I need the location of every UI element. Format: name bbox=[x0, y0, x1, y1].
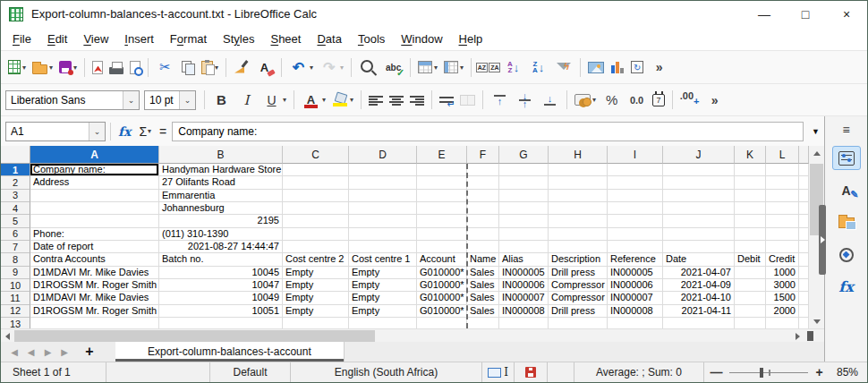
cell-K11[interactable] bbox=[735, 292, 766, 304]
cell-B4[interactable]: Johannesburg bbox=[159, 202, 283, 215]
last-sheet-button[interactable]: ▶ bbox=[57, 344, 72, 360]
cell-I4[interactable] bbox=[608, 202, 663, 215]
pivot-table-button[interactable] bbox=[628, 55, 646, 80]
font-name-combo[interactable]: Liberation Sans⌄ bbox=[5, 90, 140, 110]
menu-format[interactable]: Format bbox=[162, 30, 215, 48]
copy-button[interactable] bbox=[178, 55, 198, 80]
sheet-tab-active[interactable]: Export-column-balances-t-account bbox=[115, 342, 345, 362]
font-size-combo[interactable]: 10 pt⌄ bbox=[144, 90, 196, 110]
cell-D4[interactable] bbox=[349, 202, 417, 215]
insert-column-button[interactable]: ▾ bbox=[441, 55, 466, 80]
cell-G3[interactable] bbox=[499, 190, 549, 202]
cell-L9[interactable]: 1000 bbox=[766, 267, 799, 279]
scroll-up-button[interactable] bbox=[809, 146, 824, 159]
cell-E8[interactable]: Account bbox=[417, 253, 467, 266]
cell-F5[interactable] bbox=[467, 215, 499, 227]
cell-F6[interactable] bbox=[467, 228, 499, 241]
autofilter-button[interactable] bbox=[551, 55, 575, 80]
cell-E2[interactable] bbox=[417, 176, 467, 189]
cell-K6[interactable] bbox=[735, 228, 766, 241]
cell-partial-9[interactable] bbox=[799, 267, 809, 279]
cell-partial-6[interactable] bbox=[799, 228, 809, 241]
cell-I1[interactable] bbox=[608, 164, 663, 176]
cell-J11[interactable]: 2021-04-10 bbox=[663, 292, 735, 304]
cell-B6[interactable]: (011) 310-1390 bbox=[159, 228, 283, 241]
cell-H2[interactable] bbox=[549, 176, 608, 189]
cell-A3[interactable] bbox=[30, 190, 159, 202]
toolbar-overflow-button[interactable]: » bbox=[702, 88, 727, 113]
cell-K5[interactable] bbox=[735, 215, 766, 227]
previous-sheet-button[interactable]: ◀ bbox=[23, 344, 38, 360]
scrollbar-split-handle[interactable] bbox=[807, 331, 813, 341]
dropdown-arrow-icon[interactable]: ▾ bbox=[22, 64, 26, 72]
cell-J2[interactable] bbox=[663, 176, 735, 189]
cell-C11[interactable]: Empty bbox=[283, 292, 349, 304]
redo-button[interactable]: ↷▾ bbox=[317, 55, 346, 80]
column-header-f[interactable]: F bbox=[467, 146, 499, 164]
cell-C6[interactable] bbox=[283, 228, 349, 241]
cell-K2[interactable] bbox=[735, 176, 766, 189]
cell-F7[interactable] bbox=[467, 241, 499, 253]
font-color-button[interactable]: A▾ bbox=[299, 88, 328, 113]
cell-G7[interactable] bbox=[499, 241, 549, 253]
zoom-level[interactable]: 85% bbox=[829, 366, 867, 379]
cell-I12[interactable]: IN000008 bbox=[608, 305, 663, 318]
cell-L6[interactable] bbox=[766, 228, 799, 241]
cell-A12[interactable]: D1ROGSM Mr. Roger Smith bbox=[30, 305, 159, 318]
cell-E13[interactable] bbox=[417, 318, 467, 328]
cell-C1[interactable] bbox=[283, 164, 349, 176]
cell-J5[interactable] bbox=[663, 215, 735, 227]
cell-L3[interactable] bbox=[766, 190, 799, 202]
wrap-text-button[interactable] bbox=[437, 88, 456, 113]
cell-I13[interactable] bbox=[608, 318, 663, 328]
cell-C4[interactable] bbox=[283, 202, 349, 215]
column-header-k[interactable]: K bbox=[735, 146, 766, 164]
print-preview-button[interactable] bbox=[127, 55, 143, 80]
name-box[interactable]: ⌄ bbox=[5, 122, 106, 141]
minimize-button[interactable]: — bbox=[744, 1, 785, 27]
dropdown-arrow-icon[interactable]: ▾ bbox=[592, 96, 596, 104]
cell-J3[interactable] bbox=[663, 190, 735, 202]
cell-L4[interactable] bbox=[766, 202, 799, 215]
selection-summary[interactable]: Average: ; Sum: 0 bbox=[574, 362, 703, 382]
formula-input-line[interactable] bbox=[172, 122, 804, 141]
close-button[interactable]: × bbox=[826, 1, 867, 27]
cell-F1[interactable] bbox=[467, 164, 499, 176]
cell-C9[interactable]: Empty bbox=[283, 267, 349, 279]
row-header-1[interactable]: 1 bbox=[1, 164, 30, 176]
scroll-down-button[interactable] bbox=[809, 315, 824, 328]
cell-J7[interactable] bbox=[663, 241, 735, 253]
zoom-out-button[interactable]: — bbox=[710, 365, 722, 379]
row-header-6[interactable]: 6 bbox=[1, 228, 30, 241]
cell-I3[interactable] bbox=[608, 190, 663, 202]
cell-A9[interactable]: D1MDAVI Mr. Mike Davies bbox=[30, 267, 159, 279]
cell-partial-2[interactable] bbox=[799, 176, 809, 189]
cell-A6[interactable]: Phone: bbox=[30, 228, 159, 241]
cell-B3[interactable]: Emmarentia bbox=[159, 190, 283, 202]
cell-J12[interactable]: 2021-04-11 bbox=[663, 305, 735, 318]
cell-L5[interactable] bbox=[766, 215, 799, 227]
cell-L13[interactable] bbox=[766, 318, 799, 328]
cell-J13[interactable] bbox=[663, 318, 735, 328]
formula-button[interactable]: = bbox=[157, 120, 169, 143]
row-header-8[interactable]: 8 bbox=[1, 253, 30, 266]
function-wizard-button[interactable]: fx bbox=[115, 120, 133, 143]
dropdown-arrow-icon[interactable]: ▾ bbox=[340, 64, 344, 72]
cell-C5[interactable] bbox=[283, 215, 349, 227]
cell-L1[interactable] bbox=[766, 164, 799, 176]
sidebar-styles-button[interactable]: A bbox=[832, 178, 861, 202]
cell-H9[interactable]: Drill press bbox=[549, 267, 608, 279]
select-function-button[interactable]: Σ▾ bbox=[136, 120, 154, 143]
cell-L7[interactable] bbox=[766, 241, 799, 253]
align-left-button[interactable] bbox=[366, 88, 386, 113]
cell-J10[interactable]: 2021-04-09 bbox=[663, 279, 735, 292]
selection-mode[interactable] bbox=[481, 362, 514, 382]
row-header-11[interactable]: 11 bbox=[1, 292, 30, 304]
first-sheet-button[interactable]: ◀ bbox=[6, 344, 21, 360]
menu-edit[interactable]: Edit bbox=[39, 30, 75, 48]
cell-G1[interactable] bbox=[499, 164, 549, 176]
cell-A5[interactable] bbox=[30, 215, 159, 227]
cell-C13[interactable] bbox=[283, 318, 349, 328]
cell-C3[interactable] bbox=[283, 190, 349, 202]
save-status[interactable] bbox=[514, 362, 547, 382]
